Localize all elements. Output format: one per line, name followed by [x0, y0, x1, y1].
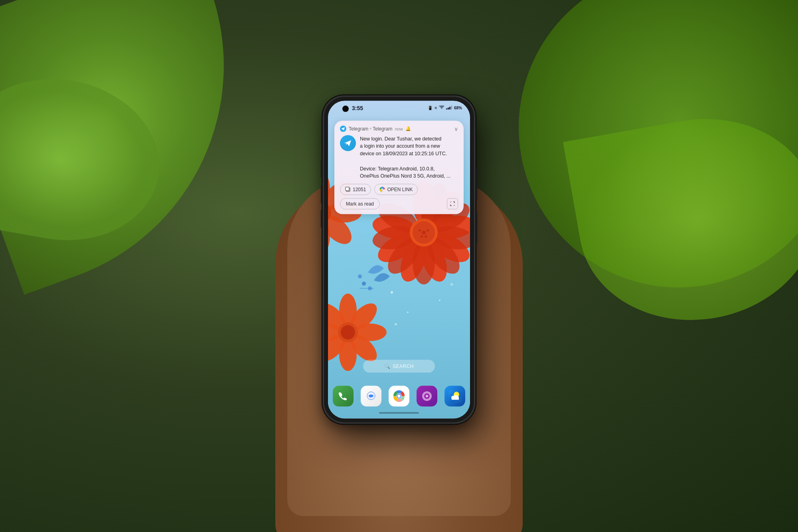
wifi-icon — [439, 105, 444, 110]
telegram-small-icon — [340, 125, 346, 132]
svg-rect-52 — [448, 107, 449, 109]
chrome-icon — [379, 187, 385, 192]
dock-purple-app[interactable] — [417, 386, 437, 406]
chrome-app-icon — [393, 390, 405, 402]
signal-icon — [446, 105, 452, 110]
svg-point-69 — [426, 395, 428, 397]
dock — [333, 386, 465, 406]
search-icon: 🔍 — [384, 363, 390, 369]
svg-rect-54 — [451, 105, 452, 109]
copy-icon — [345, 187, 351, 192]
battery-percentage: 68% — [454, 106, 462, 110]
svg-point-32 — [341, 325, 355, 339]
notification-actions: 12051 — [340, 184, 458, 195]
dock-chrome-app[interactable] — [389, 386, 409, 406]
copy-code-button[interactable]: 12051 — [340, 184, 371, 195]
notification-body: New login. Dear Tushar, we detected a lo… — [340, 135, 458, 180]
svg-point-20 — [419, 229, 421, 231]
svg-point-22 — [421, 235, 423, 237]
bluetooth-icon: ✳ — [434, 106, 437, 110]
expand-icon — [450, 201, 455, 207]
open-link-button[interactable]: OPEN LINK — [374, 184, 418, 195]
phone: 3:55 📳 ✳ — [323, 96, 475, 423]
status-bar: 3:55 📳 ✳ — [328, 101, 470, 115]
notification-footer: Mark as read — [340, 198, 458, 210]
notification-time: now — [395, 126, 403, 131]
svg-point-48 — [395, 323, 397, 325]
svg-point-49 — [439, 299, 440, 301]
notification-message: New login. Dear Tushar, we detected a lo… — [360, 135, 458, 180]
notification-card[interactable]: Telegram • Telegram now 🔔 ∨ — [334, 121, 464, 214]
mark-as-read-button[interactable]: Mark as read — [340, 198, 380, 210]
messages-icon — [365, 390, 377, 401]
svg-rect-53 — [449, 107, 450, 109]
svg-point-18 — [422, 230, 426, 234]
status-time: 3:55 — [352, 105, 363, 111]
status-icons: 📳 ✳ — [428, 105, 462, 110]
camera — [342, 105, 349, 112]
notification-bell-icon: 🔔 — [405, 126, 411, 131]
vibrate-icon: 📳 — [428, 106, 433, 110]
phone-wrapper: 3:55 📳 ✳ — [323, 96, 475, 423]
search-placeholder: SEARCH — [393, 363, 414, 369]
svg-point-19 — [427, 229, 429, 231]
notification-header: Telegram • Telegram now 🔔 ∨ — [340, 125, 458, 132]
purple-app-icon — [421, 390, 433, 401]
svg-point-66 — [397, 394, 401, 398]
svg-rect-57 — [346, 187, 349, 191]
nav-indicator — [379, 412, 419, 413]
search-bar[interactable]: 🔍 SEARCH — [363, 360, 435, 372]
svg-point-42 — [358, 274, 362, 278]
dock-phone-app[interactable] — [333, 386, 354, 406]
svg-rect-75 — [452, 397, 459, 399]
svg-point-46 — [391, 291, 393, 293]
expand-button[interactable] — [447, 198, 458, 210]
weather-app-icon — [448, 390, 461, 402]
dock-weather-app[interactable] — [444, 386, 465, 406]
svg-point-21 — [425, 235, 427, 237]
dock-messages-app[interactable] — [361, 386, 381, 406]
screen: 3:55 📳 ✳ — [328, 101, 470, 418]
svg-point-47 — [407, 311, 409, 313]
svg-rect-51 — [446, 108, 447, 109]
svg-point-43 — [362, 281, 366, 285]
phone-icon — [338, 391, 348, 401]
notification-header-left: Telegram • Telegram now 🔔 — [340, 125, 411, 132]
notification-app-name: Telegram • Telegram — [349, 126, 392, 131]
notification-collapse-button[interactable]: ∨ — [454, 125, 458, 132]
leaf-decoration-4 — [563, 101, 798, 339]
telegram-app-icon — [340, 135, 356, 151]
svg-point-50 — [450, 283, 453, 285]
svg-point-61 — [382, 189, 383, 190]
